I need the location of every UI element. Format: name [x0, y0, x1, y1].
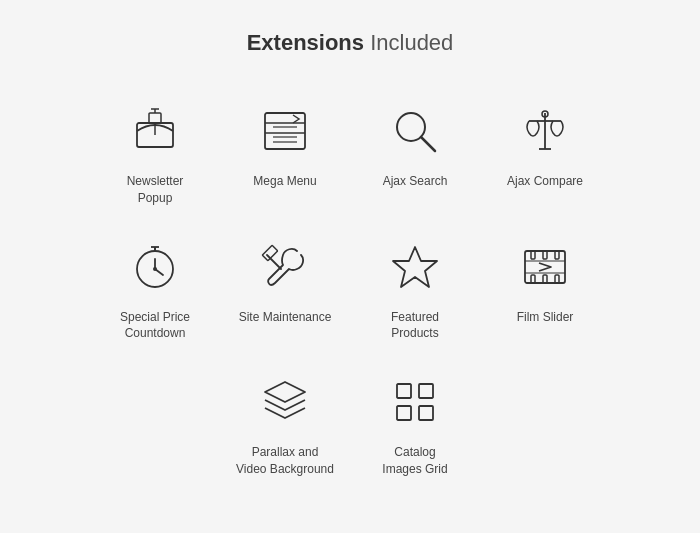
- layers-icon: [255, 372, 315, 432]
- ext-label-ajax-search: Ajax Search: [383, 173, 448, 190]
- ext-item-parallax-video-bg[interactable]: Parallax andVideo Background: [220, 357, 350, 493]
- compare-icon: [515, 101, 575, 161]
- ext-label-film-slider: Film Slider: [517, 309, 574, 326]
- svg-marker-25: [393, 247, 437, 287]
- svg-rect-1: [149, 113, 161, 123]
- svg-marker-35: [265, 382, 305, 402]
- extensions-grid: NewsletterPopup Mega Menu: [40, 86, 660, 493]
- ext-label-parallax-video-bg: Parallax andVideo Background: [236, 444, 334, 478]
- svg-line-23: [267, 255, 281, 269]
- svg-point-22: [153, 267, 157, 271]
- svg-rect-38: [397, 406, 411, 420]
- ext-item-featured-products[interactable]: FeaturedProducts: [350, 222, 480, 358]
- svg-rect-30: [531, 275, 535, 283]
- svg-rect-31: [543, 275, 547, 283]
- ext-label-catalog-images-grid: CatalogImages Grid: [382, 444, 447, 478]
- ext-item-film-slider[interactable]: Film Slider: [480, 222, 610, 358]
- extensions-section: Extensions Included NewsletterPopup: [0, 0, 700, 533]
- ext-item-catalog-images-grid[interactable]: CatalogImages Grid: [350, 357, 480, 493]
- ext-item-ajax-compare[interactable]: Ajax Compare: [480, 86, 610, 222]
- tools-icon: [255, 237, 315, 297]
- svg-rect-37: [419, 384, 433, 398]
- film-icon: [515, 237, 575, 297]
- megamenu-section: Megamenu CATEGORIES GROUND COFFEE ROASTE…: [0, 533, 700, 538]
- ext-label-special-price-countdown: Special PriceCountdown: [120, 309, 190, 343]
- ext-item-mega-menu[interactable]: Mega Menu: [220, 86, 350, 222]
- svg-rect-29: [555, 251, 559, 259]
- countdown-icon: [125, 237, 185, 297]
- search-icon: [385, 101, 445, 161]
- star-icon: [385, 237, 445, 297]
- svg-rect-32: [555, 275, 559, 283]
- ext-item-special-price-countdown[interactable]: Special PriceCountdown: [90, 222, 220, 358]
- ext-label-ajax-compare: Ajax Compare: [507, 173, 583, 190]
- grid-icon: [385, 372, 445, 432]
- svg-rect-28: [543, 251, 547, 259]
- menu-icon: [255, 101, 315, 161]
- ext-item-ajax-search[interactable]: Ajax Search: [350, 86, 480, 222]
- svg-rect-24: [262, 245, 278, 261]
- mailbox-icon: [125, 101, 185, 161]
- svg-line-12: [421, 137, 435, 151]
- ext-item-newsletter-popup[interactable]: NewsletterPopup: [90, 86, 220, 222]
- svg-rect-36: [397, 384, 411, 398]
- svg-rect-39: [419, 406, 433, 420]
- ext-label-featured-products: FeaturedProducts: [391, 309, 439, 343]
- ext-item-site-maintenance[interactable]: Site Maintenance: [220, 222, 350, 358]
- ext-label-newsletter-popup: NewsletterPopup: [127, 173, 184, 207]
- extensions-title: Extensions Included: [40, 30, 660, 56]
- svg-rect-27: [531, 251, 535, 259]
- ext-label-site-maintenance: Site Maintenance: [239, 309, 332, 326]
- ext-label-mega-menu: Mega Menu: [253, 173, 316, 190]
